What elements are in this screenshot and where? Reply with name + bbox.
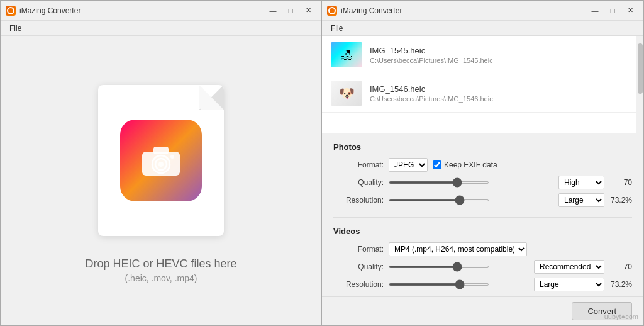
section-separator — [333, 217, 632, 218]
file-list-area: IMG_1545.heic C:\Users\becca\Pictures\IM… — [322, 36, 643, 133]
photos-section-title: Photos — [333, 142, 632, 152]
photos-format-row: JPEG PNG TIFF Keep EXIF data — [389, 158, 553, 172]
videos-quality-row — [389, 266, 529, 268]
convert-button[interactable]: Convert — [572, 302, 632, 320]
left-title-bar: iMazing Converter — □ ✕ — [1, 1, 321, 21]
svg-point-5 — [158, 162, 164, 167]
file-item-1[interactable]: IMG_1545.heic C:\Users\becca\Pictures\IM… — [322, 36, 643, 74]
videos-format-label: Format: — [333, 245, 384, 254]
drop-sub-label: (.heic, .mov, .mp4) — [125, 273, 197, 283]
thumb-image-2 — [331, 81, 362, 106]
right-window-title: iMazing Converter — [341, 6, 587, 15]
file-info-2: IMG_1546.heic C:\Users\becca\Pictures\IM… — [370, 84, 631, 103]
photos-settings-grid: Format: JPEG PNG TIFF Keep EXIF data Qua… — [333, 158, 632, 207]
photos-quality-slider[interactable] — [389, 181, 489, 184]
exif-checkbox[interactable] — [433, 160, 441, 169]
photos-resolution-slider[interactable] — [389, 199, 489, 201]
videos-quality-slider[interactable] — [389, 266, 489, 268]
drop-area[interactable]: Drop HEIC or HEVC files here (.heic, .mo… — [1, 36, 321, 325]
left-title-controls: — □ ✕ — [265, 4, 316, 17]
photos-format-select[interactable]: JPEG PNG TIFF — [389, 158, 428, 172]
right-window: iMazing Converter — □ ✕ File IMG_1545.he… — [322, 0, 644, 326]
exif-checkbox-label: Keep EXIF data — [433, 160, 497, 169]
videos-quality-label: Quality: — [333, 262, 384, 271]
right-file-menu[interactable]: File — [326, 23, 348, 34]
exif-label-text: Keep EXIF data — [444, 160, 497, 169]
videos-format-select[interactable]: MP4 (.mp4, H264, most compatible) MOV AV… — [389, 242, 527, 256]
drop-main-label: Drop HEIC or HEVC files here — [85, 257, 236, 271]
left-file-menu[interactable]: File — [4, 23, 26, 34]
right-title-controls: — □ ✕ — [587, 4, 638, 17]
photos-quality-row — [389, 181, 553, 184]
videos-quality-value: 70 — [609, 262, 632, 271]
videos-quality-preset-select[interactable]: Recommended High Medium Low — [534, 260, 604, 274]
left-menu-bar: File — [1, 21, 321, 36]
camera-icon — [136, 135, 186, 186]
videos-resolution-row — [389, 283, 529, 286]
scrollbar-thumb[interactable] — [638, 43, 643, 94]
settings-area: Photos Format: JPEG PNG TIFF Keep EXIF d… — [322, 133, 643, 296]
photos-quality-label: Quality: — [333, 178, 384, 187]
videos-settings-grid: Format: MP4 (.mp4, H264, most compatible… — [333, 242, 632, 291]
left-window-title: iMazing Converter — [19, 6, 265, 15]
file-thumb-1 — [331, 42, 362, 67]
right-close-button[interactable]: ✕ — [622, 4, 638, 17]
left-maximize-button[interactable]: □ — [282, 4, 299, 17]
photos-resolution-preset-select[interactable]: Large Medium Small — [558, 193, 604, 207]
videos-section-title: Videos — [333, 227, 632, 236]
photos-quality-value: 70 — [609, 178, 632, 187]
right-menu-bar: File — [322, 21, 643, 36]
left-close-button[interactable]: ✕ — [300, 4, 316, 17]
left-minimize-button[interactable]: — — [265, 4, 281, 17]
file-name-1: IMG_1545.heic — [370, 46, 631, 55]
photos-resolution-label: Resolution: — [333, 196, 384, 205]
file-path-1: C:\Users\becca\Pictures\IMG_1545.heic — [370, 57, 631, 64]
photos-quality-preset-select[interactable]: High Medium Low Custom — [558, 176, 604, 189]
right-title-bar: iMazing Converter — □ ✕ — [322, 1, 643, 21]
file-icon-wrapper — [92, 79, 230, 242]
left-window: iMazing Converter — □ ✕ File — [0, 0, 322, 326]
right-maximize-button[interactable]: □ — [604, 4, 621, 17]
right-content: IMG_1545.heic C:\Users\becca\Pictures\IM… — [322, 36, 643, 325]
videos-resolution-label: Resolution: — [333, 280, 384, 289]
videos-resolution-slider[interactable] — [389, 283, 489, 286]
videos-format-row: MP4 (.mp4, H264, most compatible) MOV AV… — [389, 242, 529, 256]
videos-resolution-preset-select[interactable]: Large Medium Small — [534, 278, 604, 291]
thumb-image-1 — [331, 42, 362, 67]
file-name-2: IMG_1546.heic — [370, 84, 631, 94]
svg-point-6 — [170, 155, 174, 159]
videos-resolution-value: 73.2% — [609, 280, 632, 289]
paper-shape — [98, 85, 224, 236]
file-info-1: IMG_1545.heic C:\Users\becca\Pictures\IM… — [370, 46, 631, 64]
convert-btn-area: Convert — [322, 296, 643, 325]
file-path-2: C:\Users\becca\Pictures\IMG_1546.heic — [370, 95, 631, 103]
file-item-2[interactable]: IMG_1546.heic C:\Users\becca\Pictures\IM… — [322, 74, 643, 113]
scrollbar[interactable] — [636, 36, 643, 133]
left-app-icon — [6, 6, 16, 16]
camera-icon-container — [120, 120, 202, 201]
photos-resolution-value: 73.2% — [609, 196, 632, 205]
right-minimize-button[interactable]: — — [587, 4, 603, 17]
photos-format-label: Format: — [333, 160, 384, 169]
photos-resolution-row — [389, 199, 553, 201]
file-thumb-2 — [331, 81, 362, 106]
right-app-icon — [327, 6, 337, 16]
svg-rect-1 — [153, 147, 169, 154]
